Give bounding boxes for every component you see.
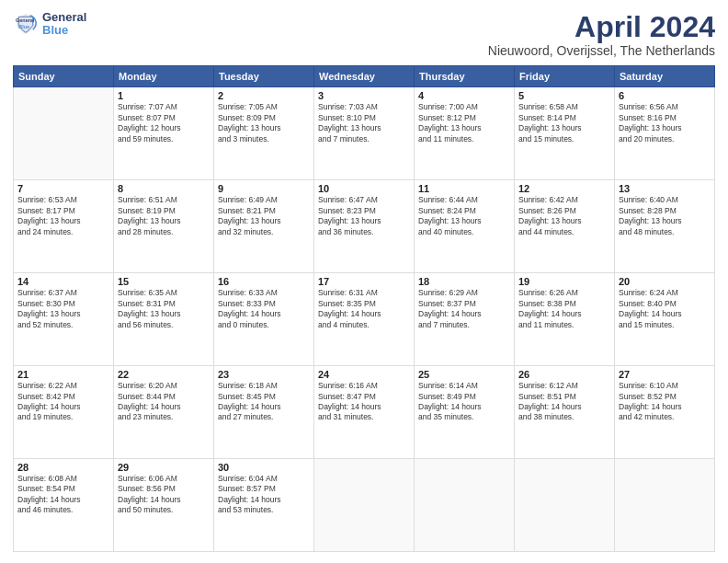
- header-thursday: Thursday: [415, 66, 515, 87]
- calendar-cell-w3-d3: 17Sunrise: 6:31 AM Sunset: 8:35 PM Dayli…: [314, 273, 415, 366]
- day-number: 8: [118, 183, 210, 194]
- day-info: Sunrise: 6:44 AM Sunset: 8:24 PM Dayligh…: [418, 195, 510, 237]
- svg-text:Blue: Blue: [18, 24, 29, 29]
- day-info: Sunrise: 6:35 AM Sunset: 8:31 PM Dayligh…: [118, 288, 210, 330]
- calendar-cell-w1-d3: 3Sunrise: 7:03 AM Sunset: 8:10 PM Daylig…: [314, 87, 415, 180]
- day-number: 26: [518, 369, 610, 380]
- day-info: Sunrise: 6:06 AM Sunset: 8:56 PM Dayligh…: [118, 474, 210, 516]
- day-number: 22: [118, 369, 210, 380]
- day-info: Sunrise: 6:12 AM Sunset: 8:51 PM Dayligh…: [518, 381, 610, 423]
- day-info: Sunrise: 6:33 AM Sunset: 8:33 PM Dayligh…: [218, 288, 310, 330]
- day-info: Sunrise: 6:20 AM Sunset: 8:44 PM Dayligh…: [118, 381, 210, 423]
- calendar-cell-w1-d6: 6Sunrise: 6:56 AM Sunset: 8:16 PM Daylig…: [615, 87, 715, 180]
- day-number: 9: [218, 183, 310, 194]
- day-info: Sunrise: 6:24 AM Sunset: 8:40 PM Dayligh…: [619, 288, 711, 330]
- day-number: 17: [318, 276, 410, 287]
- calendar-cell-w5-d4: [415, 459, 515, 552]
- calendar-cell-w1-d2: 2Sunrise: 7:05 AM Sunset: 8:09 PM Daylig…: [214, 87, 314, 180]
- day-number: 14: [17, 276, 109, 287]
- calendar-cell-w5-d5: [515, 459, 615, 552]
- calendar-cell-w2-d2: 9Sunrise: 6:49 AM Sunset: 8:21 PM Daylig…: [214, 180, 314, 273]
- day-number: 4: [418, 90, 510, 101]
- day-number: 19: [518, 276, 610, 287]
- day-number: 6: [619, 90, 711, 101]
- day-info: Sunrise: 6:16 AM Sunset: 8:47 PM Dayligh…: [318, 381, 410, 423]
- day-number: 28: [17, 462, 109, 473]
- day-info: Sunrise: 7:03 AM Sunset: 8:10 PM Dayligh…: [318, 102, 410, 144]
- main-title: April 2024: [488, 11, 715, 43]
- day-number: 1: [118, 90, 210, 101]
- day-info: Sunrise: 6:22 AM Sunset: 8:42 PM Dayligh…: [17, 381, 109, 423]
- day-number: 12: [518, 183, 610, 194]
- day-info: Sunrise: 6:08 AM Sunset: 8:54 PM Dayligh…: [17, 474, 109, 516]
- day-number: 5: [518, 90, 610, 101]
- calendar-cell-w5-d0: 28Sunrise: 6:08 AM Sunset: 8:54 PM Dayli…: [14, 459, 114, 552]
- day-number: 21: [17, 369, 109, 380]
- calendar-cell-w5-d2: 30Sunrise: 6:04 AM Sunset: 8:57 PM Dayli…: [214, 459, 314, 552]
- logo-icon: General Blue: [13, 11, 39, 37]
- day-number: 25: [418, 369, 510, 380]
- calendar-cell-w1-d0: [14, 87, 114, 180]
- day-number: 7: [17, 183, 109, 194]
- week-row-3: 14Sunrise: 6:37 AM Sunset: 8:30 PM Dayli…: [14, 273, 715, 366]
- day-number: 13: [619, 183, 711, 194]
- week-row-2: 7Sunrise: 6:53 AM Sunset: 8:17 PM Daylig…: [14, 180, 715, 273]
- day-info: Sunrise: 6:49 AM Sunset: 8:21 PM Dayligh…: [218, 195, 310, 237]
- day-info: Sunrise: 6:58 AM Sunset: 8:14 PM Dayligh…: [518, 102, 610, 144]
- header-tuesday: Tuesday: [214, 66, 314, 87]
- day-number: 3: [318, 90, 410, 101]
- day-info: Sunrise: 6:29 AM Sunset: 8:37 PM Dayligh…: [418, 288, 510, 330]
- subtitle: Nieuwoord, Overijssel, The Netherlands: [488, 43, 715, 58]
- logo-line2: Blue: [42, 23, 68, 37]
- calendar-cell-w2-d1: 8Sunrise: 6:51 AM Sunset: 8:19 PM Daylig…: [114, 180, 214, 273]
- day-number: 27: [619, 369, 711, 380]
- day-number: 2: [218, 90, 310, 101]
- calendar-cell-w4-d1: 22Sunrise: 6:20 AM Sunset: 8:44 PM Dayli…: [114, 366, 214, 459]
- logo-text: General Blue: [42, 11, 86, 38]
- day-info: Sunrise: 6:18 AM Sunset: 8:45 PM Dayligh…: [218, 381, 310, 423]
- calendar-cell-w3-d6: 20Sunrise: 6:24 AM Sunset: 8:40 PM Dayli…: [615, 273, 715, 366]
- day-number: 15: [118, 276, 210, 287]
- day-number: 30: [218, 462, 310, 473]
- calendar-cell-w2-d4: 11Sunrise: 6:44 AM Sunset: 8:24 PM Dayli…: [415, 180, 515, 273]
- calendar-cell-w3-d2: 16Sunrise: 6:33 AM Sunset: 8:33 PM Dayli…: [214, 273, 314, 366]
- title-block: April 2024 Nieuwoord, Overijssel, The Ne…: [488, 11, 715, 58]
- header-friday: Friday: [515, 66, 615, 87]
- calendar-cell-w1-d4: 4Sunrise: 7:00 AM Sunset: 8:12 PM Daylig…: [415, 87, 515, 180]
- header-wednesday: Wednesday: [314, 66, 415, 87]
- day-info: Sunrise: 7:05 AM Sunset: 8:09 PM Dayligh…: [218, 102, 310, 144]
- calendar-cell-w3-d1: 15Sunrise: 6:35 AM Sunset: 8:31 PM Dayli…: [114, 273, 214, 366]
- calendar-cell-w1-d1: 1Sunrise: 7:07 AM Sunset: 8:07 PM Daylig…: [114, 87, 214, 180]
- week-row-4: 21Sunrise: 6:22 AM Sunset: 8:42 PM Dayli…: [14, 366, 715, 459]
- calendar-cell-w2-d5: 12Sunrise: 6:42 AM Sunset: 8:26 PM Dayli…: [515, 180, 615, 273]
- day-number: 20: [619, 276, 711, 287]
- day-info: Sunrise: 6:26 AM Sunset: 8:38 PM Dayligh…: [518, 288, 610, 330]
- day-info: Sunrise: 6:51 AM Sunset: 8:19 PM Dayligh…: [118, 195, 210, 237]
- calendar-cell-w4-d5: 26Sunrise: 6:12 AM Sunset: 8:51 PM Dayli…: [515, 366, 615, 459]
- calendar-cell-w2-d3: 10Sunrise: 6:47 AM Sunset: 8:23 PM Dayli…: [314, 180, 415, 273]
- logo-line1: General: [42, 11, 86, 24]
- logo: General Blue General Blue: [13, 11, 86, 38]
- day-info: Sunrise: 6:37 AM Sunset: 8:30 PM Dayligh…: [17, 288, 109, 330]
- day-info: Sunrise: 7:00 AM Sunset: 8:12 PM Dayligh…: [418, 102, 510, 144]
- calendar-header-row: Sunday Monday Tuesday Wednesday Thursday…: [14, 66, 715, 87]
- calendar-cell-w5-d1: 29Sunrise: 6:06 AM Sunset: 8:56 PM Dayli…: [114, 459, 214, 552]
- header-monday: Monday: [114, 66, 214, 87]
- day-info: Sunrise: 6:53 AM Sunset: 8:17 PM Dayligh…: [17, 195, 109, 237]
- calendar-cell-w4-d3: 24Sunrise: 6:16 AM Sunset: 8:47 PM Dayli…: [314, 366, 415, 459]
- week-row-1: 1Sunrise: 7:07 AM Sunset: 8:07 PM Daylig…: [14, 87, 715, 180]
- calendar-cell-w3-d0: 14Sunrise: 6:37 AM Sunset: 8:30 PM Dayli…: [14, 273, 114, 366]
- header-sunday: Sunday: [14, 66, 114, 87]
- day-info: Sunrise: 7:07 AM Sunset: 8:07 PM Dayligh…: [118, 102, 210, 144]
- calendar-table: Sunday Monday Tuesday Wednesday Thursday…: [13, 65, 715, 552]
- day-info: Sunrise: 6:31 AM Sunset: 8:35 PM Dayligh…: [318, 288, 410, 330]
- calendar-cell-w4-d6: 27Sunrise: 6:10 AM Sunset: 8:52 PM Dayli…: [615, 366, 715, 459]
- page: General Blue General Blue April 2024 Nie…: [0, 0, 728, 563]
- day-info: Sunrise: 6:04 AM Sunset: 8:57 PM Dayligh…: [218, 474, 310, 516]
- day-info: Sunrise: 6:10 AM Sunset: 8:52 PM Dayligh…: [619, 381, 711, 423]
- day-number: 10: [318, 183, 410, 194]
- calendar-cell-w5-d3: [314, 459, 415, 552]
- calendar-cell-w5-d6: [615, 459, 715, 552]
- calendar-cell-w4-d2: 23Sunrise: 6:18 AM Sunset: 8:45 PM Dayli…: [214, 366, 314, 459]
- week-row-5: 28Sunrise: 6:08 AM Sunset: 8:54 PM Dayli…: [14, 459, 715, 552]
